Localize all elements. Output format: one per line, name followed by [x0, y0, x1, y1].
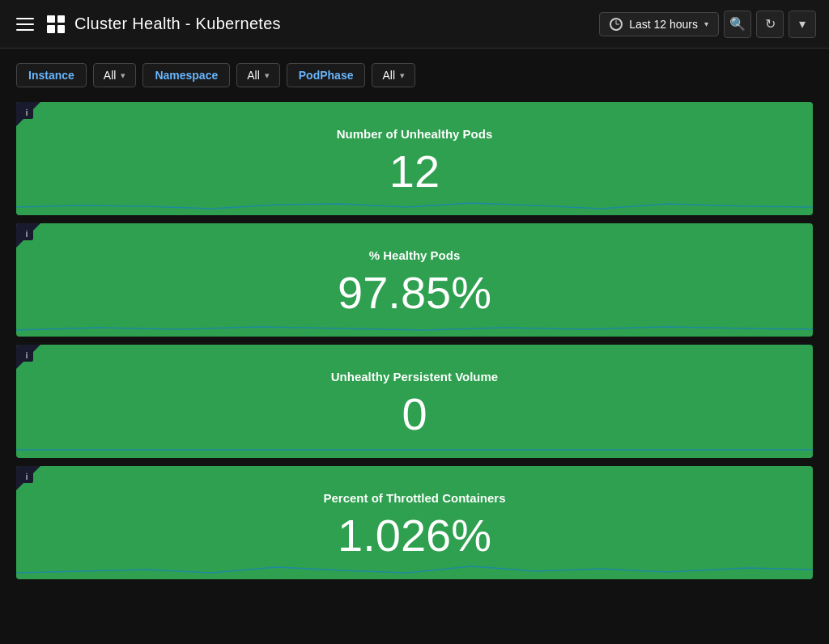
zoom-out-button[interactable]: 🔍 — [724, 11, 751, 38]
podphase-chevron-icon: ▾ — [400, 70, 405, 81]
throttled-containers-card: i Percent of Throttled Containers 1.026% — [16, 466, 813, 579]
healthy-pods-title: % Healthy Pods — [369, 248, 461, 262]
namespace-chevron-icon: ▾ — [265, 70, 270, 81]
page-title: Cluster Health - Kubernetes — [74, 15, 281, 33]
refresh-button[interactable]: ↻ — [756, 11, 784, 38]
healthy-pods-card: i % Healthy Pods 97.85% — [16, 223, 813, 337]
header-controls: Last 12 hours ▾ 🔍 ↻ ▾ — [599, 11, 816, 38]
unhealthy-pods-value: 12 — [389, 149, 440, 194]
throttled-containers-value: 1.026% — [338, 513, 491, 558]
namespace-filter-label: Namespace — [142, 63, 230, 87]
dashboard-grid-icon[interactable] — [47, 15, 65, 33]
metrics-container: i Number of Unhealthy Pods 12 i % Health… — [0, 102, 829, 595]
info-badge-4: i — [20, 470, 33, 483]
clock-icon — [610, 18, 623, 31]
hamburger-menu-icon[interactable] — [13, 15, 37, 34]
unhealthy-pv-card: i Unhealthy Persistent Volume 0 — [16, 345, 813, 458]
podphase-filter-label: PodPhase — [287, 63, 366, 87]
healthy-pods-sparkline — [16, 312, 813, 337]
throttled-containers-title: Percent of Throttled Containers — [323, 491, 505, 505]
time-range-chevron-icon: ▾ — [704, 19, 708, 28]
more-options-button[interactable]: ▾ — [789, 11, 816, 38]
unhealthy-pv-value: 0 — [402, 392, 427, 437]
zoom-out-icon: 🔍 — [729, 16, 746, 32]
healthy-pods-value: 97.85% — [338, 270, 491, 316]
unhealthy-pods-title: Number of Unhealthy Pods — [337, 127, 493, 141]
throttled-containers-sparkline — [16, 555, 813, 579]
namespace-filter-select[interactable]: All ▾ — [236, 63, 280, 87]
header: Cluster Health - Kubernetes Last 12 hour… — [0, 0, 829, 49]
unhealthy-pv-title: Unhealthy Persistent Volume — [331, 370, 498, 383]
info-badge-2: i — [20, 227, 33, 240]
header-left: Cluster Health - Kubernetes — [13, 15, 589, 34]
podphase-filter-select[interactable]: All ▾ — [372, 63, 415, 87]
unhealthy-pods-sparkline — [16, 191, 813, 215]
info-badge-1: i — [20, 106, 33, 119]
instance-filter-label: Instance — [16, 63, 87, 87]
chevron-down-icon: ▾ — [799, 16, 806, 32]
unhealthy-pv-sparkline — [16, 434, 813, 458]
refresh-icon: ↻ — [765, 16, 776, 32]
filter-bar: Instance All ▾ Namespace All ▾ PodPhase … — [0, 49, 829, 102]
instance-filter-select[interactable]: All ▾ — [93, 63, 137, 87]
info-badge-3: i — [20, 349, 33, 362]
unhealthy-pods-card: i Number of Unhealthy Pods 12 — [16, 102, 813, 215]
time-range-label: Last 12 hours — [629, 18, 698, 31]
instance-chevron-icon: ▾ — [121, 70, 125, 81]
time-range-selector[interactable]: Last 12 hours ▾ — [599, 12, 719, 36]
